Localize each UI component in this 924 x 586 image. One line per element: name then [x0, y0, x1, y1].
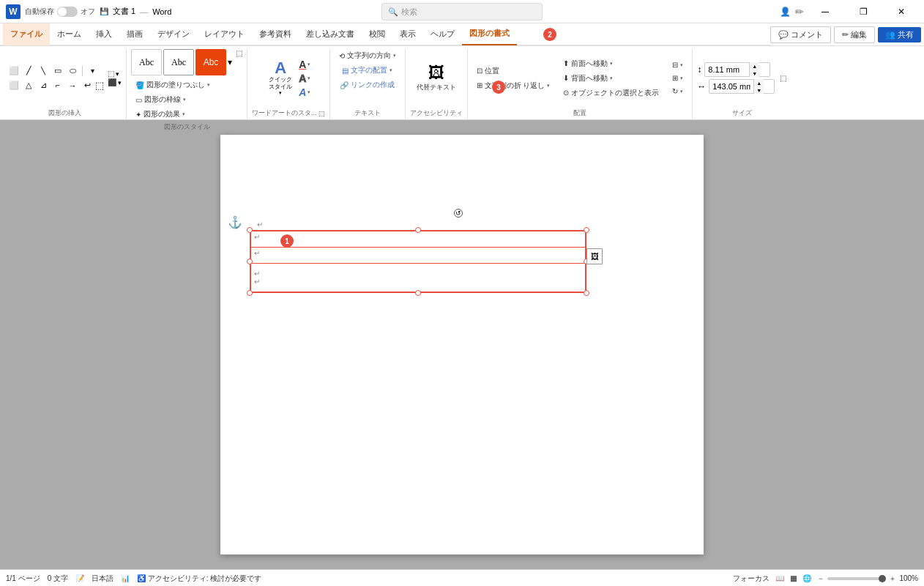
- zoom-out-btn[interactable]: －: [817, 574, 824, 584]
- pen-icon[interactable]: ✏: [795, 6, 804, 18]
- restore-button[interactable]: ❐: [846, 0, 880, 23]
- zoom-percent[interactable]: 100%: [899, 574, 918, 582]
- edit-shape-btn[interactable]: ⬚ ▾: [108, 70, 122, 78]
- shape-effect-btn[interactable]: ✦ 図形の効果 ▾: [131, 108, 232, 121]
- shape-arrow[interactable]: →: [66, 79, 79, 92]
- ribbon: ファイル ホーム 挿入 描画 デザイン レイアウト 参考資料 差し込み文書 校閲…: [0, 23, 924, 120]
- shape-rect2[interactable]: ⬜: [7, 79, 21, 92]
- rotate-handle[interactable]: ↺: [454, 209, 463, 218]
- shape-bracket[interactable]: ⌐: [51, 79, 64, 92]
- share-button[interactable]: 👥 共有: [878, 27, 921, 42]
- tab-insert[interactable]: 挿入: [89, 23, 119, 45]
- tab-references[interactable]: 参考資料: [252, 23, 299, 45]
- align-btn[interactable]: ⊟ ▾: [668, 59, 688, 70]
- handle-bl[interactable]: [247, 290, 253, 296]
- focus-label[interactable]: フォーカス: [733, 574, 770, 584]
- selected-textbox[interactable]: ↵ ↵ ↵ ↵ 🖼: [250, 230, 586, 293]
- text-outline-btn[interactable]: A ▾: [299, 73, 310, 84]
- accessibility-status[interactable]: ♿ アクセシビリティ: 検討が必要です: [137, 574, 261, 584]
- tab-file[interactable]: ファイル: [3, 23, 50, 45]
- handle-tr[interactable]: [584, 227, 589, 233]
- tab-review[interactable]: 校閲: [362, 23, 392, 45]
- close-button[interactable]: ✕: [884, 0, 918, 23]
- comment-button[interactable]: 💬 コメント: [770, 26, 831, 43]
- handle-bm[interactable]: [415, 290, 421, 296]
- autosave-toggle[interactable]: [57, 7, 78, 17]
- shape-fill2-btn[interactable]: ⬛ ▾: [108, 78, 122, 86]
- width-down-spinner[interactable]: ▼: [753, 86, 764, 94]
- handle-tm[interactable]: [415, 227, 421, 233]
- create-link-btn[interactable]: 🔗 リンクの作成: [335, 78, 399, 92]
- shape-rtriangle[interactable]: ⊿: [37, 79, 50, 92]
- zoom-slider[interactable]: [827, 577, 886, 580]
- textbox-line2: ↵: [251, 248, 585, 264]
- language[interactable]: 日本語: [92, 574, 113, 584]
- handle-br[interactable]: [584, 290, 589, 296]
- image-layout-icon[interactable]: 🖼: [586, 248, 603, 264]
- align-rotate-btns: ⊟ ▾ ⊞ ▾ ↻ ▾: [668, 59, 688, 97]
- shape-more[interactable]: ▾: [86, 64, 99, 78]
- comment-icon: 💬: [778, 30, 789, 40]
- edit-button[interactable]: ✏ 編集: [834, 26, 875, 43]
- read-mode-icon[interactable]: 📖: [775, 574, 784, 582]
- track-changes-icon[interactable]: 📊: [121, 574, 130, 582]
- quick-style-btn[interactable]: A クイックスタイル ▾: [266, 57, 295, 99]
- wrap-btn[interactable]: ⊞ 文字列の折 り返し ▾: [472, 79, 555, 92]
- text-fill-btn[interactable]: A ▾: [299, 59, 310, 70]
- bring-front-btn[interactable]: ⬆ 前面へ移動 ▾: [559, 57, 663, 70]
- tab-shape-format[interactable]: 図形の書式: [462, 23, 517, 45]
- tab-design[interactable]: デザイン: [150, 23, 197, 45]
- width-input[interactable]: [709, 82, 753, 91]
- height-down-spinner[interactable]: ▼: [749, 70, 759, 77]
- zoom-in-btn[interactable]: ＋: [889, 574, 896, 584]
- shape-textbox[interactable]: ⬜: [7, 64, 21, 78]
- size-expand[interactable]: ⬚: [780, 74, 786, 82]
- text-effect-btn[interactable]: A ▾: [299, 86, 310, 98]
- shape-outline-btn[interactable]: ▭ 図形の枠線 ▾: [131, 93, 232, 106]
- header-right-buttons: 💬 コメント ✏ 編集 👥 共有: [770, 26, 924, 43]
- tab-view[interactable]: 表示: [392, 23, 423, 45]
- proofread-icon[interactable]: 📝: [75, 574, 84, 582]
- shape-darrow[interactable]: ↩: [81, 79, 94, 92]
- rotate-btn[interactable]: ↻ ▾: [668, 86, 688, 97]
- tab-mailings[interactable]: 差し込み文書: [299, 23, 362, 45]
- position-btn[interactable]: ⊡ 位置: [472, 64, 555, 78]
- style-sample-2[interactable]: Abc: [163, 49, 194, 75]
- group-btn[interactable]: ⊞ ▾: [668, 73, 688, 84]
- select-objects-btn[interactable]: ⊙ オブジェクトの選択と表示: [559, 86, 663, 100]
- shape-triangle[interactable]: △: [22, 79, 35, 92]
- handle-ml[interactable]: [247, 259, 253, 264]
- search-bar[interactable]: 🔍 検索: [381, 3, 543, 21]
- edit-shapes-btn[interactable]: ⬚: [95, 80, 104, 91]
- para-2: ↵: [254, 278, 582, 286]
- text-direction-btn[interactable]: ⟲ 文字列の方向 ▾: [335, 49, 400, 62]
- tab-layout[interactable]: レイアウト: [197, 23, 252, 45]
- web-layout-icon[interactable]: 🌐: [802, 574, 811, 582]
- style-expand[interactable]: ⬚: [236, 49, 242, 57]
- alt-text-btn[interactable]: 🖼 代替テキスト: [414, 62, 459, 94]
- accessibility-icon: ♿: [137, 574, 146, 582]
- send-back-btn[interactable]: ⬇ 背面へ移動 ▾: [559, 72, 663, 85]
- style-more-btn[interactable]: ▾: [228, 49, 232, 75]
- shape-rect[interactable]: ▭: [51, 64, 64, 78]
- minimize-button[interactable]: ─: [808, 0, 842, 23]
- shape-diagonal[interactable]: ╲: [37, 64, 50, 78]
- style-sample-1[interactable]: Abc: [131, 49, 162, 75]
- profile-icon[interactable]: 👤: [780, 7, 791, 17]
- height-input[interactable]: [705, 65, 749, 74]
- shape-fill-btn[interactable]: 🪣 図形の塗りつぶし ▾: [131, 78, 232, 92]
- tab-draw[interactable]: 描画: [119, 23, 150, 45]
- handle-tl[interactable]: [247, 227, 253, 233]
- width-up-spinner[interactable]: ▲: [753, 79, 764, 86]
- height-up-spinner[interactable]: ▲: [749, 62, 759, 70]
- tab-home[interactable]: ホーム: [50, 23, 89, 45]
- shape-line[interactable]: ╱: [22, 64, 35, 78]
- group-size: ↕ ▲ ▼ ↔: [693, 49, 791, 119]
- text-align-btn[interactable]: ▤ 文字の配置 ▾: [338, 64, 397, 77]
- print-layout-icon[interactable]: ▦: [790, 574, 797, 582]
- tab-help[interactable]: ヘルプ: [423, 23, 462, 45]
- wordart-expand-icon[interactable]: ⬚: [318, 110, 325, 117]
- shape-ellipse[interactable]: ⬭: [66, 64, 79, 78]
- app-name: Word: [152, 7, 171, 16]
- style-sample-3[interactable]: Abc: [195, 49, 226, 75]
